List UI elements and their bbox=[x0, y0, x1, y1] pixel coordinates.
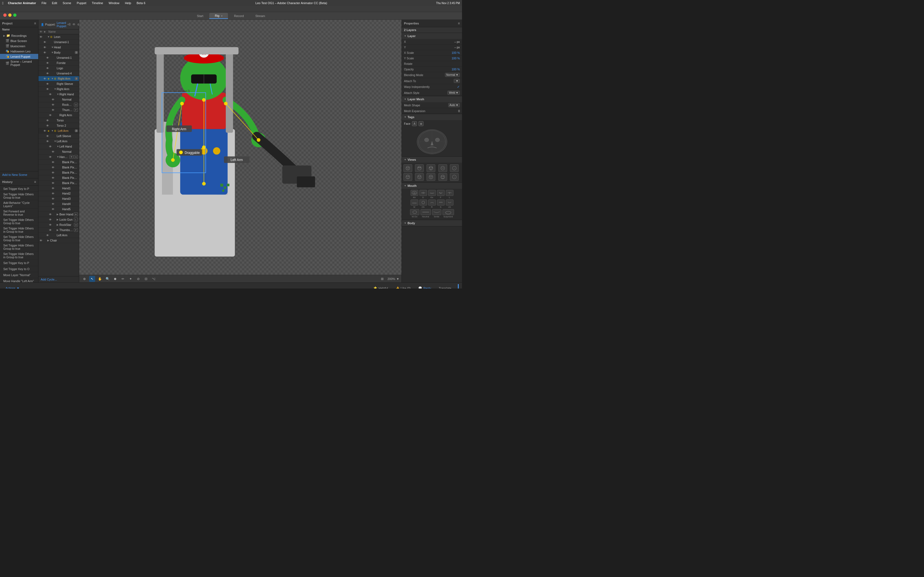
layer-chair-expand[interactable]: ▶ bbox=[47, 239, 50, 242]
layer-right-hand-expand[interactable]: ▼ bbox=[57, 93, 60, 96]
layer-blank-pixel28[interactable]: 👁 Blank Pixel2.8 bbox=[39, 175, 79, 181]
layer-blank26-vis[interactable]: 👁 bbox=[52, 166, 55, 169]
layer-body[interactable]: 👁 ▼ Body 3 bbox=[39, 50, 79, 55]
layer-hand-classes-vis[interactable]: 👁 bbox=[49, 156, 53, 158]
layer-rockstar-left-expand[interactable]: ▶ bbox=[57, 223, 60, 226]
mouth-header[interactable]: ▼ Mouth bbox=[402, 183, 462, 189]
view-item-7[interactable] bbox=[415, 173, 424, 181]
layer-right-arm[interactable]: 👁 ★ ▼ ⚙ Right Arm 3 bbox=[39, 76, 79, 81]
layer-mesh-header[interactable]: ▼ Layer Mesh bbox=[402, 96, 462, 102]
tags-header[interactable]: ▼ Tags bbox=[402, 114, 462, 120]
layer-right-arm-group-expand[interactable]: ▼ bbox=[54, 88, 57, 90]
layer-section-header[interactable]: ▼ Layer bbox=[402, 33, 462, 39]
layer-hand5[interactable]: 👁 Hand5 bbox=[39, 206, 79, 212]
canvas-tool-hand[interactable]: ✋ bbox=[97, 276, 103, 282]
timeline-menu[interactable]: Timeline bbox=[91, 1, 104, 5]
layer-thumbs-right[interactable]: 👁 Thumbs up P bbox=[39, 108, 79, 113]
mouth-L[interactable] bbox=[446, 190, 454, 196]
layer-head-expand[interactable]: ▼ bbox=[51, 46, 54, 48]
layer-head[interactable]: 👁 ▼ Head bbox=[39, 45, 79, 50]
canvas-tool-select[interactable]: ↖ bbox=[89, 276, 95, 282]
layer-left-arm-group-vis[interactable]: 👁 bbox=[46, 140, 50, 143]
layer-left-hand-expand[interactable]: ▼ bbox=[57, 145, 60, 148]
layer-thumbs-right-vis[interactable]: 👁 bbox=[52, 108, 55, 111]
prop-mesh-shape-dropdown[interactable]: Auto ▼ bbox=[448, 103, 460, 107]
mouth-R[interactable] bbox=[428, 200, 436, 206]
mouth-Ah[interactable] bbox=[410, 190, 418, 196]
layer-hand-classes-badge1[interactable]: ⊞ bbox=[69, 155, 73, 159]
mouth-Ee[interactable] bbox=[428, 190, 436, 196]
prop-yscale-value[interactable]: 100 % bbox=[452, 56, 460, 60]
layer-lucio-gun[interactable]: 👁 ▶ Lucio Gun L bbox=[39, 217, 79, 222]
canvas-zoom-dropdown-icon[interactable]: ▼ bbox=[396, 277, 399, 280]
layer-leon-vis[interactable]: 👁 bbox=[40, 35, 44, 39]
layer-thumbs-right-badge[interactable]: P bbox=[74, 108, 78, 112]
reply-button[interactable]: 💬 Reply bbox=[416, 285, 433, 288]
views-header[interactable]: ▼ Views bbox=[402, 156, 462, 163]
edit-menu[interactable]: Edit bbox=[51, 1, 58, 5]
tree-item-lenard-puppet[interactable]: 🎭 Lenard Puppet bbox=[0, 54, 38, 59]
canvas-tool-draw[interactable]: ✏ bbox=[120, 276, 126, 282]
puppet-add-icon[interactable]: ⊕ bbox=[77, 23, 79, 26]
tab-rig[interactable]: Rig ≡ bbox=[209, 13, 228, 19]
add-cycle-button[interactable]: Add Cycle... bbox=[39, 276, 79, 282]
layer-chair[interactable]: 👁 ▶ Chair bbox=[39, 238, 79, 243]
tab-stream[interactable]: Stream bbox=[250, 13, 271, 19]
layer-hand2[interactable]: 👁 Hand2 bbox=[39, 191, 79, 196]
history-item-7[interactable]: Set Trigger Hide Others Group to true bbox=[0, 243, 38, 251]
history-item-8[interactable]: Set Trigger Hide Others in Group to true bbox=[0, 251, 38, 260]
project-menu-icon[interactable]: ≡ bbox=[34, 21, 36, 25]
layer-left-arm-vis[interactable]: 👁 bbox=[44, 129, 47, 132]
tree-item-halloween[interactable]: 🎭 Halloween Leo bbox=[0, 48, 38, 54]
history-item-3[interactable]: Set Forward and Reverse to true bbox=[0, 209, 38, 218]
like-button[interactable]: 👍 Like (0) bbox=[394, 285, 413, 288]
layer-blank28-vis[interactable]: 👁 bbox=[52, 176, 55, 179]
layer-rockstar-right-badge[interactable]: O bbox=[74, 103, 78, 106]
layer-rockstar-left-vis[interactable]: 👁 bbox=[49, 223, 53, 226]
layer-hand-classes-expand[interactable]: ▼ bbox=[57, 156, 60, 158]
layer-lucio-gun-expand[interactable]: ▶ bbox=[57, 218, 60, 221]
history-item-4[interactable]: Set Trigger Hide Others Group to true bbox=[0, 218, 38, 226]
prop-warp-value[interactable]: ✓ bbox=[457, 85, 460, 89]
scene-menu[interactable]: Scene bbox=[61, 1, 72, 5]
prop-attach-style-dropdown[interactable]: Weld ▼ bbox=[447, 91, 460, 95]
layer-logo-vis[interactable]: 👁 bbox=[46, 67, 50, 70]
mouth-Oh[interactable] bbox=[419, 200, 427, 206]
layer-left-arm-expand[interactable]: ▼ bbox=[51, 129, 54, 132]
layer-lucio-gun-vis[interactable]: 👁 bbox=[49, 218, 53, 221]
layer-thumbs-left-vis[interactable]: 👁 bbox=[49, 229, 53, 232]
tree-item-bluescreen2[interactable]: 🎬 bluescreen bbox=[0, 44, 38, 48]
view-item-10[interactable]: + bbox=[450, 173, 459, 181]
layer-normal-right-vis[interactable]: 👁 bbox=[52, 98, 55, 101]
layer-hand1-vis[interactable]: 👁 bbox=[52, 187, 55, 190]
layer-body-unnamed1[interactable]: 👁 Unnamed-1 bbox=[39, 55, 79, 60]
mouth-F[interactable] bbox=[437, 190, 445, 196]
layer-right-arm-child[interactable]: 👁 Right Arm bbox=[39, 113, 79, 118]
canvas-tool-record[interactable]: ⏺ bbox=[112, 276, 118, 282]
history-item-11[interactable]: Move Layer "Normal" bbox=[0, 272, 38, 278]
layer-beer-hand-badge[interactable]: B bbox=[74, 213, 78, 216]
add-to-scene-button[interactable]: Add to New Scene bbox=[0, 171, 38, 178]
layer-body-unnamed1-vis[interactable]: 👁 bbox=[46, 56, 50, 60]
canvas-tool-target[interactable]: ⊕ bbox=[81, 276, 87, 282]
layer-blank-pixel29[interactable]: 👁 Blank Pixel2.9 bbox=[39, 181, 79, 186]
layer-blank-pixel25[interactable]: 👁 Blank Pixel2.5 bbox=[39, 160, 79, 165]
layer-beer-hand-expand[interactable]: ▶ bbox=[57, 213, 60, 216]
helpful-button[interactable]: ⭐ Helpful bbox=[371, 285, 390, 288]
apple-menu[interactable]:  bbox=[2, 1, 3, 5]
layer-left-arm-group[interactable]: 👁 ▼ Left Arm bbox=[39, 139, 79, 144]
history-item-0[interactable]: Set Trigger Key to P bbox=[0, 186, 38, 192]
layer-left-arm-group-expand[interactable]: ▼ bbox=[54, 140, 57, 143]
layer-logo[interactable]: 👁 Logo bbox=[39, 66, 79, 71]
help-menu[interactable]: Help bbox=[124, 1, 132, 5]
history-item-12[interactable]: Move Handle "Left Arm" bbox=[0, 278, 38, 282]
layer-rockstar-right-vis[interactable]: 👁 bbox=[52, 103, 55, 106]
actions-button[interactable]: Actions ▼ bbox=[3, 285, 22, 289]
layer-blank27-vis[interactable]: 👁 bbox=[52, 171, 55, 174]
layer-right-arm-child-vis[interactable]: 👁 bbox=[49, 114, 53, 117]
history-item-10[interactable]: Set Trigger Key to O bbox=[0, 266, 38, 272]
file-menu[interactable]: File bbox=[40, 1, 48, 5]
view-item-5[interactable]: + bbox=[450, 164, 459, 172]
layer-right-arm-vis[interactable]: 👁 bbox=[44, 77, 47, 80]
layer-hand4[interactable]: 👁 Hand4 bbox=[39, 201, 79, 206]
